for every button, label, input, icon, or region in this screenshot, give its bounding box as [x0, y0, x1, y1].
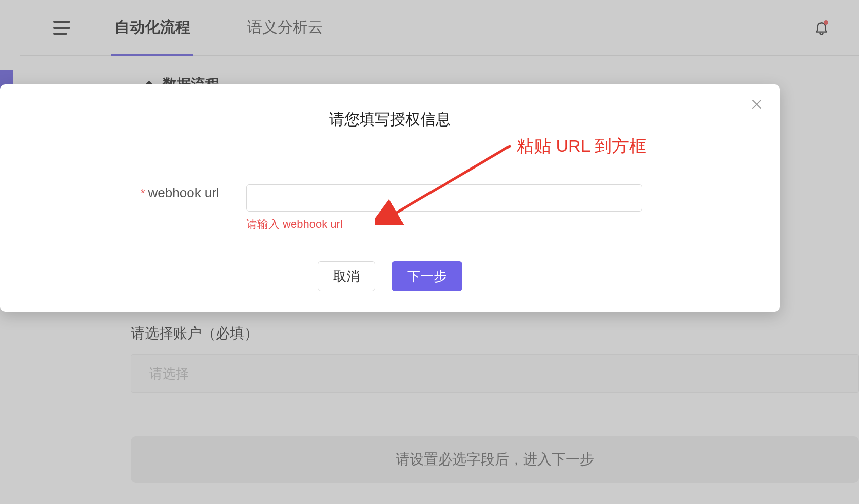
annotation-text: 粘贴 URL 到方框	[517, 135, 646, 158]
required-star: *	[141, 188, 145, 199]
modal-title: 请您填写授权信息	[0, 109, 780, 130]
cancel-button[interactable]: 取消	[318, 261, 375, 291]
next-button[interactable]: 下一步	[392, 261, 462, 291]
auth-info-modal: 请您填写授权信息 * webhook url 请输入 webhook url 取…	[0, 84, 780, 312]
webhook-url-error: 请输入 webhook url	[246, 217, 343, 232]
webhook-label-row: * webhook url	[141, 185, 219, 201]
webhook-url-input[interactable]	[246, 184, 642, 212]
annotation-arrow	[375, 139, 517, 225]
modal-actions: 取消 下一步	[0, 261, 780, 291]
webhook-url-label: webhook url	[148, 185, 219, 201]
